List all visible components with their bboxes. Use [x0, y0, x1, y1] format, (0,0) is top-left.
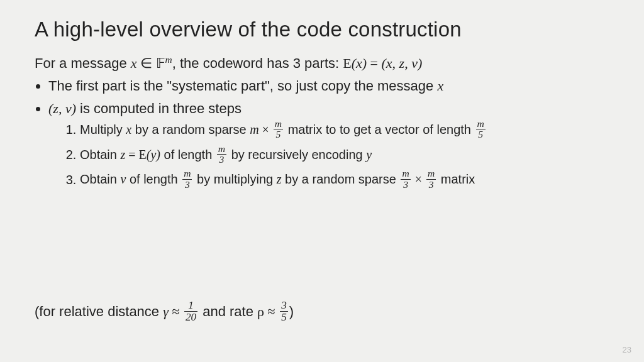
sym-eq: = [125, 148, 138, 162]
text: ) [289, 304, 294, 319]
var-m: m [250, 123, 258, 136]
frac-m-3: m3 [426, 168, 436, 190]
text: of length [160, 148, 216, 162]
paren-x: (x) [352, 55, 367, 71]
sym-approx: ≈ [169, 304, 183, 319]
var-y: y [366, 148, 372, 162]
intro-line: For a message x ∈ 𝔽m, the codeword has 3… [35, 53, 609, 74]
text: The first part is the "systematic part",… [48, 78, 437, 94]
text: by a random sparse [282, 173, 400, 187]
frac-den: 20 [184, 312, 197, 323]
frac-num: m [274, 119, 283, 129]
text: by recursively encoding [228, 148, 366, 162]
func-E: E [343, 55, 351, 71]
text: is computed in three steps [76, 101, 242, 116]
frac-m-3: m3 [401, 168, 410, 190]
text: matrix to to get a vector of length [284, 123, 474, 136]
sym-eq: = [367, 55, 381, 71]
text: matrix [437, 173, 475, 187]
sym-times: × [259, 123, 272, 136]
footnote: (for relative distance γ ≈ 120 and rate … [35, 301, 294, 324]
slide-body: For a message x ∈ 𝔽m, the codeword has 3… [35, 53, 609, 191]
sym-field: 𝔽 [156, 55, 165, 71]
bullet-systematic: The first part is the "systematic part",… [48, 76, 609, 96]
text: Obtain [80, 148, 120, 162]
frac-den: 5 [476, 129, 486, 140]
frac-num: m [401, 168, 410, 179]
step-3: Obtain v of length m3 by multiplying z b… [80, 170, 609, 191]
frac-m-5: m5 [476, 119, 486, 140]
frac-den: 3 [182, 180, 192, 190]
frac-num: m [426, 168, 436, 179]
sym-times: × [412, 173, 425, 187]
text: by a random sparse [131, 123, 250, 136]
slide-title: A high-level overview of the code constr… [35, 18, 609, 41]
frac-num: 3 [280, 300, 288, 312]
text: (for relative distance [35, 304, 163, 319]
text: by multiplying [193, 173, 276, 187]
steps-list: Multiply x by a random sparse m × m5 mat… [48, 120, 609, 191]
var-gamma: γ [163, 304, 169, 319]
slide: A high-level overview of the code constr… [0, 0, 644, 362]
tuple-xzv: (x, z, v) [382, 55, 423, 71]
frac-den: 3 [426, 180, 436, 190]
sup-m: m [165, 54, 172, 65]
tuple-zv: (z, v) [48, 101, 76, 116]
var-x: x [437, 78, 443, 94]
frac-1-20: 120 [184, 300, 197, 323]
page-number: 23 [623, 345, 631, 354]
text: Multiply [80, 123, 126, 136]
step-2: Obtain z = E(y) of length m3 by recursiv… [80, 145, 609, 167]
frac-m-5: m5 [274, 119, 283, 140]
var-x: x [131, 55, 137, 71]
frac-num: m [217, 144, 226, 155]
frac-m-3: m3 [182, 168, 192, 190]
frac-den: 3 [217, 155, 226, 165]
step-1: Multiply x by a random sparse m × m5 mat… [80, 120, 609, 141]
sym-in: ∈ [137, 55, 156, 71]
sym-approx: ≈ [264, 304, 279, 319]
frac-3-5: 35 [280, 300, 288, 323]
bullet-list: The first part is the "systematic part",… [35, 76, 609, 191]
frac-den: 5 [280, 312, 288, 323]
func-E: E [139, 148, 147, 162]
var-z: z [277, 173, 282, 187]
frac-m-3: m3 [217, 144, 226, 165]
text: and rate [199, 304, 257, 319]
var-x: x [126, 123, 131, 136]
var-rho: ρ [257, 304, 264, 319]
frac-den: 3 [401, 180, 410, 190]
frac-den: 5 [274, 129, 283, 140]
frac-num: 1 [184, 300, 197, 312]
bullet-zv-steps: (z, v) is computed in three steps Multip… [48, 99, 609, 191]
text: For a message [35, 55, 131, 71]
frac-num: m [182, 168, 192, 179]
text: Obtain [80, 173, 120, 187]
frac-num: m [476, 119, 486, 129]
text: of length [126, 173, 181, 187]
text: , the codeword has 3 parts: [172, 55, 343, 71]
paren-y: (y) [147, 148, 160, 162]
